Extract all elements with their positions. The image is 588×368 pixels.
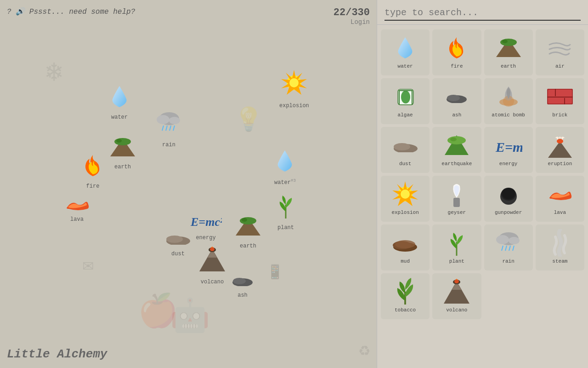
canvas-item-dust1[interactable]: dust — [165, 228, 191, 257]
element-card-earth[interactable]: earth — [484, 29, 533, 75]
canvas-item-label: volcano — [198, 279, 226, 285]
fire-element-icon — [443, 34, 470, 62]
element-card-earthquake[interactable]: earthquake — [432, 127, 481, 173]
canvas-item-rain1[interactable]: rain — [156, 110, 181, 148]
element-card-volcano[interactable]: volcano — [432, 273, 481, 319]
canvas-item-label: earth — [234, 243, 262, 249]
svg-text:E=mc²: E=mc² — [495, 139, 522, 155]
ash-icon — [231, 269, 254, 291]
svg-point-19 — [210, 247, 215, 251]
volcano-icon — [198, 246, 226, 278]
element-label: geyser — [448, 210, 466, 216]
svg-point-56 — [502, 188, 515, 199]
steam-element-icon — [546, 229, 574, 257]
fire-icon — [83, 154, 103, 182]
canvas-item-label: water — [110, 114, 129, 121]
lava-icon — [64, 193, 90, 215]
svg-marker-48 — [548, 141, 572, 158]
element-label: gunpowder — [495, 210, 522, 216]
svg-point-72 — [454, 280, 459, 283]
canvas-item-volcano1[interactable]: volcano — [198, 246, 226, 285]
element-card-geyser[interactable]: geyser — [432, 176, 481, 222]
element-card-explosion[interactable]: explosion — [381, 176, 430, 222]
canvas-item-label: rain — [156, 142, 181, 148]
canvas-item-label: earth — [109, 164, 136, 170]
login-button[interactable]: Login — [334, 18, 370, 26]
element-card-plant[interactable]: plant — [432, 224, 481, 270]
rain-element-icon — [495, 229, 522, 257]
ash-element-icon — [443, 83, 470, 110]
dust-element-icon — [391, 132, 419, 159]
svg-line-66 — [509, 246, 510, 251]
element-card-ash[interactable]: ash — [432, 78, 481, 124]
air-element-icon — [546, 34, 574, 62]
element-card-fire[interactable]: fire — [432, 29, 481, 75]
earth-element-icon — [495, 34, 522, 62]
snowflake-watermark: ❄ — [46, 55, 62, 89]
earth-icon — [109, 137, 136, 163]
elements-grid[interactable]: water fire earth air algae ash atomic bo… — [377, 25, 588, 368]
geyser-element-icon — [443, 180, 470, 208]
energy-icon: E=mc² — [190, 212, 222, 234]
android-watermark: 🤖 — [170, 296, 210, 336]
svg-point-28 — [502, 40, 508, 43]
energy-element-icon: E=mc² — [495, 132, 522, 159]
element-card-water[interactable]: water — [381, 29, 430, 75]
element-label: water — [398, 63, 413, 69]
svg-line-67 — [513, 246, 514, 251]
search-bar[interactable] — [377, 0, 588, 25]
canvas-item-water2[interactable]: water#3 — [274, 150, 296, 186]
svg-line-9 — [173, 126, 175, 131]
svg-point-52 — [401, 190, 410, 199]
earthquake-element-icon — [443, 132, 470, 159]
element-label: plant — [449, 259, 464, 264]
canvas-item-plant1[interactable]: plant — [274, 193, 297, 231]
svg-line-7 — [166, 126, 167, 131]
element-card-algae[interactable]: algae — [381, 78, 430, 124]
svg-point-21 — [233, 278, 246, 284]
element-label: brick — [552, 112, 567, 118]
canvas-item-ash1[interactable]: ash — [231, 269, 254, 299]
element-card-atomic_bomb[interactable]: atomic bomb — [484, 78, 533, 124]
bulb-watermark: 💡 — [234, 106, 263, 134]
element-card-air[interactable]: air — [536, 29, 584, 75]
canvas-item-earth2[interactable]: earth — [234, 216, 262, 249]
elements-panel: water fire earth air algae ash atomic bo… — [377, 0, 588, 368]
social-watermark: 📱 — [266, 264, 283, 281]
element-label: tobacco — [395, 307, 416, 313]
search-input[interactable] — [384, 6, 581, 21]
element-card-rain[interactable]: rain — [484, 224, 533, 270]
svg-line-64 — [502, 246, 503, 251]
element-label: earthquake — [441, 161, 472, 167]
svg-point-12 — [166, 236, 183, 243]
svg-point-46 — [450, 138, 457, 141]
element-card-brick[interactable]: brick — [536, 78, 584, 124]
element-card-energy[interactable]: E=mc² energy — [484, 127, 533, 173]
element-card-dust[interactable]: dust — [381, 127, 430, 173]
canvas-item-lava1[interactable]: lava — [64, 193, 90, 223]
plant-icon — [274, 193, 297, 224]
canvas-item-water1[interactable]: water — [110, 85, 129, 121]
svg-rect-53 — [453, 198, 460, 207]
element-label: mud — [401, 259, 410, 264]
element-card-mud[interactable]: mud — [381, 224, 430, 270]
element-label: air — [555, 63, 565, 69]
canvas-item-label: water#3 — [274, 178, 296, 186]
canvas-item-earth1[interactable]: earth — [109, 137, 136, 170]
element-card-eruption[interactable]: eruption — [536, 127, 584, 173]
element-card-gunpowder[interactable]: gunpowder — [484, 176, 533, 222]
element-card-tobacco[interactable]: tobacco — [381, 273, 430, 319]
element-label: energy — [499, 161, 518, 167]
tobacco-element-icon — [391, 278, 419, 305]
canvas-area[interactable]: ? 🔊 Pssst... need some help? 22/330 Logi… — [0, 0, 377, 368]
element-label: earth — [501, 63, 516, 69]
app-title: Little Alchemy — [7, 347, 107, 361]
canvas-item-fire1[interactable]: fire — [83, 154, 103, 190]
element-card-steam[interactable]: steam — [536, 224, 584, 270]
canvas-item-explosion1[interactable]: explosion — [279, 69, 309, 109]
element-card-lava[interactable]: lava — [536, 176, 584, 222]
svg-point-62 — [496, 235, 509, 244]
canvas-item-energy1[interactable]: E=mc²energy — [190, 212, 222, 241]
svg-point-33 — [447, 95, 460, 101]
email-watermark: ✉ — [83, 253, 94, 276]
